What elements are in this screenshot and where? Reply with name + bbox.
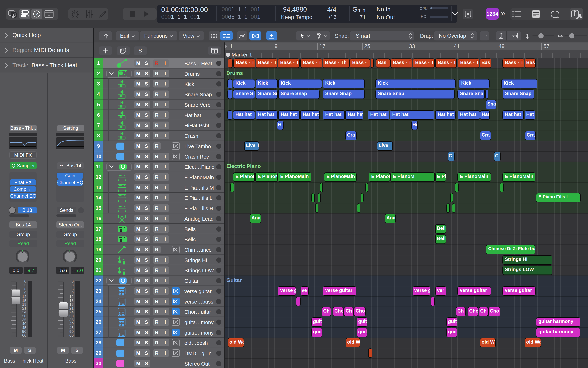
svg-text:?: ?	[35, 12, 38, 16]
